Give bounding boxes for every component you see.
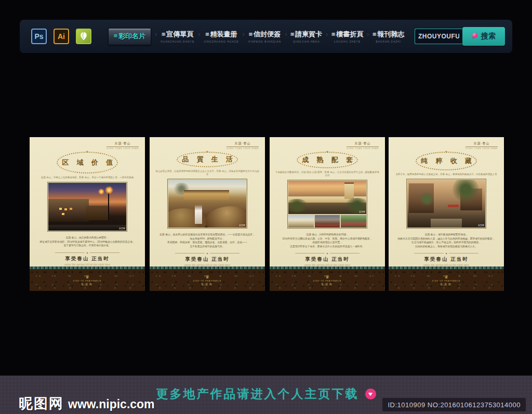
panel-logo: 东源·春山 DONG YUAN CHUN SHAN: [227, 141, 259, 150]
search-button[interactable]: 搜索: [462, 27, 505, 46]
nav-label: 請柬賀卡: [295, 30, 322, 39]
nav-item-business-cards[interactable]: 88 彩印名片: [108, 28, 151, 45]
villa-silhouette: [184, 191, 229, 200]
crown-icon: ♛: [444, 275, 448, 279]
panel-description: 东源·春山，纯正的欧式风情山林墅区， 择址城市近郊黄金地段，30分钟直达城市繁华…: [30, 236, 145, 248]
panel-title: 区 域 价 值: [59, 158, 116, 167]
grid-icon: 88: [249, 32, 252, 37]
nav-pinyin: XUANCHUAN DANYE: [161, 40, 194, 43]
brochure-panel-region-value[interactable]: 东源·春山 DONG YUAN CHUN SHAN 区 域 价 值 东源·春山，…: [30, 137, 145, 291]
footer-brown: ♛ KING OF FRAGRANCE 香溪郡: [389, 269, 504, 291]
illustrator-icon[interactable]: Ai: [54, 29, 69, 44]
title-wreath: 区 域 价 值: [57, 152, 118, 173]
grid-icon: 88: [114, 34, 117, 38]
panel-logo-cn: 东源·春山: [107, 141, 139, 147]
search-input[interactable]: [415, 29, 462, 44]
panel-logo-en: DONG YUAN CHUN SHAN: [466, 148, 498, 150]
brand-cn: 香溪郡: [201, 283, 214, 286]
chevron-separator-icon: ›: [198, 31, 200, 42]
nav-item-brochures[interactable]: 88 樓書折頁 LOUSHU ZHEYE: [331, 30, 363, 43]
panel-logo-en: DONG YUAN CHUN SHAN: [107, 148, 139, 150]
panel-title: 纯 粹 收 藏: [418, 156, 475, 166]
villa-silhouette: [86, 206, 109, 220]
brochure-panel-quality-life[interactable]: 东源·春山 DONG YUAN CHUN SHAN 品 質 生 活 依山就势之灵…: [150, 137, 265, 291]
nav-pinyin: LOUSHU ZHEYE: [334, 40, 361, 43]
grid-icon: 88: [206, 32, 209, 37]
photo-caption: 实景图: [359, 210, 365, 213]
panel-intro: 千米醇熟生活配套环伺，学校·商业·公园·医院，私享·春山，让生活所需皆在咫尺之间…: [270, 171, 385, 177]
brochure-panel-mature-amenities[interactable]: 东源·春山 DONG YUAN CHUN SHAN 成 熟 配 套 千米醇熟生活…: [270, 137, 385, 291]
nav-label: 宣傳單頁: [166, 30, 193, 39]
promo-link[interactable]: 更多地产作品请进入个人主页下载: [156, 386, 359, 402]
top-toolbar: Ps Ai 88 彩印名片 › 88 宣傳單頁: [20, 20, 512, 53]
search-group: 搜索: [415, 27, 505, 46]
crown-icon: ♛: [325, 275, 329, 279]
nav-pinyin: JINGZHUANG HUACE: [204, 40, 238, 43]
footer-brown: ♛ KING OF FRAGRANCE 香溪郡: [30, 269, 145, 291]
panel-logo: 东源·春山 DONG YUAN CHUN SHAN: [466, 141, 498, 150]
title-wreath: 纯 粹 收 藏: [416, 152, 477, 170]
brand-cn: 香溪郡: [81, 283, 94, 286]
coreldraw-icon[interactable]: [76, 29, 91, 44]
panel-logo-cn: 东源·春山: [227, 141, 259, 147]
nav-label: 彩印名片: [118, 32, 145, 41]
nav-label: 樓書折頁: [336, 30, 363, 39]
waterfall: [195, 205, 202, 224]
street-lamp-glow: [98, 189, 104, 195]
villa-silhouette: [48, 199, 89, 222]
panel-description: 东源·春山，约600米醇熟商业街环绕， 10分钟学区生活圈以及幼儿园、小学、中学…: [270, 233, 385, 248]
panel-footer: ♛ KING OF FRAGRANCE 香溪郡: [30, 266, 145, 291]
nav-item-magazines[interactable]: 88 報刊雜志 BAOKAN ZAZHI: [373, 30, 404, 43]
photo-frame: 实景图: [167, 179, 247, 229]
photo-frame: 实景图: [406, 179, 486, 229]
photo-caption: 实景图: [478, 224, 484, 226]
courtyard-path: [431, 219, 462, 228]
footer-brown: ♛ KING OF FRAGRANCE 香溪郡: [150, 269, 265, 291]
road: [48, 225, 126, 231]
coreldraw-balloon-glyph: [79, 32, 88, 41]
chevron-separator-icon: ›: [155, 31, 157, 42]
grid-icon: 88: [290, 32, 294, 37]
tower: [344, 184, 354, 198]
chevron-separator-icon: ›: [243, 31, 245, 42]
nav-pinyin: BAOKAN ZAZHI: [376, 40, 401, 43]
thumb-garden: [341, 215, 366, 228]
photo-caption: 实景图: [239, 224, 245, 226]
grid-icon: 88: [373, 32, 376, 37]
nav-item-invitations[interactable]: 88 請柬賀卡 QINGJIAN HEKA: [290, 30, 322, 43]
watermark-site: 昵图网: [19, 394, 64, 413]
image-id-bar: ID:1010909 NO:20160106123753014000: [382, 398, 526, 411]
crown-icon: ♛: [85, 275, 89, 279]
down-arrow-icon[interactable]: ▼: [365, 389, 376, 399]
title-wreath: 成 熟 配 套: [297, 152, 358, 168]
panel-script: enjoy the spring hill at the right time: [30, 263, 145, 266]
main-nav: 88 彩印名片 › 88 宣傳單頁 XUANCHUAN DANYE › 88 精…: [108, 28, 404, 45]
nav-pinyin: XINFENG BIANQIAN: [248, 40, 282, 43]
footer-brown: ♛ KING OF FRAGRANCE 香溪郡: [270, 269, 385, 291]
photoshop-icon[interactable]: Ps: [31, 29, 47, 44]
nav-item-albums[interactable]: 88 精装畫册 JINGZHUANG HUACE: [204, 30, 238, 43]
app-icons: Ps Ai: [31, 29, 91, 44]
panel-intro: 依山就势之灵秀，以低密度的纯粹演绎原生山水人文大宅，尽享·春山，品味从容优雅的生…: [150, 170, 265, 176]
brand-en: KING OF FRAGRANCE: [313, 280, 341, 282]
chevron-separator-icon: ›: [326, 31, 328, 42]
chevron-separator-icon: ›: [285, 31, 287, 42]
search-icon: [472, 33, 478, 41]
nav-label: 信封便簽: [254, 30, 281, 39]
panel-logo: 东源·春山 DONG YUAN CHUN SHAN: [107, 141, 139, 150]
panel-footer: ♛ KING OF FRAGRANCE 香溪郡: [150, 266, 265, 291]
brochure-panel-pure-collection[interactable]: 东源·春山 DONG YUAN CHUN SHAN 纯 粹 收 藏 大隐于市，翰…: [389, 137, 504, 291]
panel-title: 品 質 生 活: [179, 155, 236, 164]
photo-villa-night: 实景图: [48, 183, 126, 231]
grid-icon: 88: [331, 32, 335, 37]
panel-intro: 东源·春山，中轴之上近郊黄金地段，私享·春山，见证一个城市的理想人居，一席传世典…: [30, 176, 145, 179]
grid-icon: 88: [162, 32, 165, 37]
watermark: 昵图网 www.nipic.com: [19, 394, 155, 413]
nav-item-flyers[interactable]: 88 宣傳單頁 XUANCHUAN DANYE: [161, 30, 194, 43]
thumb-street: [315, 215, 340, 228]
nav-item-envelopes[interactable]: 88 信封便簽 XINFENG BIANQIAN: [248, 30, 282, 43]
nav-label: 報刊雜志: [377, 30, 404, 39]
panel-description: 东源·春山，城市腹地的稀有墅区领地， 纯板式大宅与花园洋房的纯粹人居，融合人文与…: [389, 233, 504, 248]
image-id-text: ID:1010909 NO:20160106123753014000: [388, 401, 521, 409]
search-button-label: 搜索: [481, 32, 496, 41]
